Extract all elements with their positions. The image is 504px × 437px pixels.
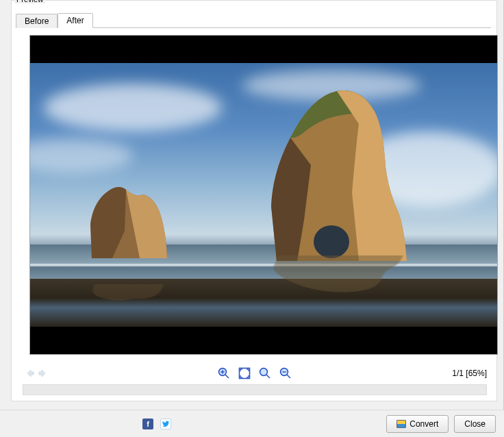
image-content (30, 63, 497, 327)
zoom-in-button[interactable] (217, 366, 231, 380)
convert-icon (396, 420, 406, 428)
svg-line-7 (266, 375, 270, 378)
twitter-bird-icon (162, 420, 170, 428)
fit-window-icon (238, 366, 251, 380)
preview-panel: Preview Before After (11, 0, 497, 401)
svg-point-6 (260, 369, 268, 376)
svg-point-0 (314, 225, 349, 258)
illustration-rock-big (256, 83, 414, 261)
magnifier-icon (258, 366, 272, 380)
facebook-icon[interactable]: f (142, 419, 153, 429)
zoom-in-icon (217, 366, 231, 380)
social-links: f (142, 419, 171, 429)
preview-image[interactable] (29, 35, 498, 355)
close-button[interactable]: Close (454, 415, 496, 433)
zoom-out-button[interactable] (279, 366, 292, 380)
svg-line-9 (287, 375, 290, 378)
twitter-icon[interactable] (160, 419, 171, 429)
prev-image-button[interactable] (23, 366, 36, 380)
zoom-out-icon (279, 366, 292, 380)
actual-size-button[interactable] (258, 366, 272, 380)
convert-label: Convert (410, 419, 438, 429)
convert-button[interactable]: Convert (386, 415, 449, 433)
tab-bar: Before After (16, 13, 491, 28)
close-label: Close (464, 419, 486, 429)
illustration-rock-small (85, 162, 174, 258)
page-zoom-status: 1/1 [65%] (452, 369, 487, 378)
next-image-button[interactable] (36, 366, 50, 380)
horizontal-scrollbar[interactable] (23, 384, 487, 395)
fit-window-button[interactable] (238, 366, 251, 380)
preview-toolbar: 1/1 [65%] (23, 365, 487, 382)
svg-line-2 (225, 375, 229, 378)
tab-after[interactable]: After (58, 13, 92, 28)
arrow-right-icon (38, 369, 48, 378)
tab-before[interactable]: Before (16, 14, 58, 28)
svg-rect-5 (240, 369, 250, 379)
footer-bar: f Convert Close (0, 410, 504, 437)
preview-title: Preview (14, 0, 45, 3)
arrow-left-icon (25, 369, 34, 378)
